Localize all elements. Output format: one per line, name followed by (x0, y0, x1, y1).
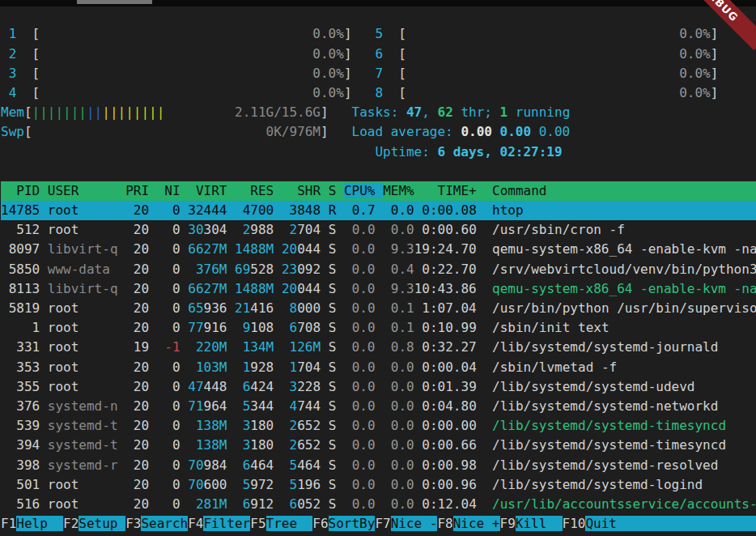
process-row-5850[interactable]: 5850 www-data 20 0 376M 69528 23092 S 0.… (1, 260, 756, 279)
fkey-number: F2 (63, 516, 79, 531)
process-row-1[interactable]: 1 root 20 0 77916 9108 6708 S 0.0 0.1 0:… (1, 318, 756, 338)
fkey-action-label: Kill (516, 516, 563, 531)
column-header-cpu-sort[interactable]: CPU% (344, 183, 383, 198)
cpu-meter-row: 2 [ 0.0%] 6 [ 0.0%] (1, 45, 756, 64)
load-5min: 0.00 (500, 124, 532, 139)
load-average-label: Load average: (352, 124, 461, 139)
fkey-action-label: Quit (585, 516, 756, 531)
htop-terminal-screen: DEBUG 1 [ 0.0%] 5 [ 0.0%] 2 [ 0.0%] 6 [ … (0, 0, 756, 536)
cpu-meter-label-3: 3 (9, 66, 17, 81)
process-row-8113[interactable]: 8113 libvirt-q 20 0 6627M 1488M 20044 S … (1, 279, 756, 299)
process-row-14785[interactable]: 14785 root 20 0 32444 4700 3848 R 0.7 0.… (1, 201, 756, 220)
fkey-action-label: Nice + (453, 516, 500, 531)
terminal-content: 1 [ 0.0%] 5 [ 0.0%] 2 [ 0.0%] 6 [ 0.0%] … (1, 6, 756, 534)
cpu-meter-label-7: 7 (375, 66, 383, 81)
fkey-setup[interactable]: F2Setup (63, 516, 125, 531)
column-header-res[interactable]: RES (235, 183, 274, 198)
cpu-meter-value-5: 0.0% (679, 26, 711, 41)
fkey-number: F4 (188, 516, 203, 531)
process-row-8097[interactable]: 8097 libvirt-q 20 0 6627M 1488M 20044 S … (1, 240, 756, 259)
fkey-sortby[interactable]: F6SortBy (312, 516, 375, 531)
cpu-meter-value-2: 0.0% (312, 46, 344, 62)
mem-meter-value: 2.11G/15.6G (235, 104, 321, 120)
fkey-nice-[interactable]: F8Nice + (437, 516, 499, 531)
mem-meter-label: Mem (1, 104, 24, 120)
cpu-meter-label-6: 6 (375, 46, 383, 62)
tasks-threads: 62 (438, 104, 453, 120)
mem-bar-cache: |||||||| (102, 104, 164, 120)
fkey-number: F1 (1, 516, 16, 531)
uptime-value: 6 days, 02:27:19 (437, 144, 562, 160)
column-header-pri[interactable]: PRI (125, 183, 149, 198)
process-table-header: PID USER PRI NI VIRT RES SHR S CPU% MEM%… (1, 181, 756, 201)
fkey-kill[interactable]: F9Kill (500, 516, 563, 531)
fkey-number: F9 (500, 516, 516, 531)
swp-load-row: Swp[ 0K/976M] Load average: 0.00 0.00 0.… (1, 122, 756, 142)
mem-tasks-row: Mem[||||||||||||||||| 2.11G/15.6G] Tasks… (1, 103, 756, 122)
fkey-help[interactable]: F1Help (1, 516, 63, 531)
function-key-bar: F1Help F2Setup F3SearchF4FilterF5Tree F6… (1, 514, 756, 534)
process-row-5819[interactable]: 5819 root 20 0 65936 21416 8000 S 0.0 0.… (1, 299, 756, 318)
fkey-number: F6 (312, 516, 328, 531)
cpu-meter-value-6: 0.0% (679, 46, 711, 62)
column-header-mem[interactable]: MEM% (383, 183, 414, 198)
column-header-time[interactable]: TIME+ (414, 183, 477, 198)
column-header-shr[interactable]: SHR (282, 183, 321, 198)
process-row-398[interactable]: 398 systemd-r 20 0 70984 6464 5464 S 0.0… (1, 456, 756, 475)
process-row-501[interactable]: 501 root 20 0 70600 5972 5196 S 0.0 0.0 … (1, 475, 756, 495)
cpu-meter-value-8: 0.0% (679, 85, 711, 100)
mem-bar-used: ||||||| (32, 104, 87, 120)
process-row-394[interactable]: 394 systemd-t 20 0 138M 3180 2652 S 0.0 … (1, 436, 756, 455)
cpu-meter-label-8: 8 (375, 85, 383, 100)
fkey-search[interactable]: F3Search (125, 516, 188, 531)
fkey-action-label: Setup (79, 516, 125, 531)
column-header-virt[interactable]: VIRT (188, 183, 227, 198)
fkey-action-label: Help (16, 516, 63, 531)
cpu-meter-row: 4 [ 0.0%] 8 [ 0.0%] (1, 83, 756, 103)
fkey-action-label: SortBy (329, 516, 376, 531)
tasks-label: Tasks: (352, 104, 406, 120)
fkey-action-label: Search (141, 516, 188, 531)
fkey-number: F3 (125, 516, 141, 531)
fkey-action-label: Nice - (391, 516, 438, 531)
load-1min: 0.00 (461, 124, 492, 139)
cpu-meter-label-4: 4 (9, 85, 17, 100)
tasks-running: 1 (500, 104, 508, 120)
process-row-539[interactable]: 539 systemd-t 20 0 138M 3180 2652 S 0.0 … (1, 416, 756, 436)
column-header-s[interactable]: S (329, 183, 337, 198)
process-row-355[interactable]: 355 root 20 0 47448 6424 3228 S 0.0 0.0 … (1, 377, 756, 397)
mem-bar-buffers: || (87, 104, 102, 120)
fkey-quit[interactable]: F10Quit (563, 516, 756, 531)
blank-row (1, 162, 756, 181)
cpu-meter-row: 3 [ 0.0%] 7 [ 0.0%] (1, 64, 756, 83)
process-row-353[interactable]: 353 root 20 0 103M 1928 1704 S 0.0 0.0 0… (1, 358, 756, 377)
uptime-label: Uptime: (375, 144, 437, 160)
column-header-user[interactable]: USER (48, 183, 118, 198)
process-row-512[interactable]: 512 root 20 0 30304 2988 2704 S 0.0 0.0 … (1, 220, 756, 240)
column-header-command[interactable]: Command (492, 183, 546, 198)
fkey-tree[interactable]: F5Tree (250, 516, 312, 531)
process-row-516[interactable]: 516 root 20 0 281M 6912 6052 S 0.0 0.0 0… (1, 495, 756, 514)
fkey-number: F10 (563, 516, 586, 531)
process-row-331[interactable]: 331 root 19 -1 220M 134M 126M S 0.0 0.8 … (1, 338, 756, 357)
fkey-filter[interactable]: F4Filter (188, 516, 250, 531)
fkey-action-label: Tree (266, 516, 313, 531)
tab-indicator (77, 0, 152, 4)
fkey-number: F7 (375, 516, 390, 531)
swp-meter-value: 0K/976M (266, 124, 321, 139)
column-header-pid[interactable]: PID (1, 183, 40, 198)
cpu-meter-label-5: 5 (375, 26, 383, 41)
cpu-meter-label-1: 1 (9, 26, 17, 41)
cpu-meter-row: 1 [ 0.0%] 5 [ 0.0%] (1, 24, 756, 44)
process-row-376[interactable]: 376 systemd-n 20 0 71964 5344 4744 S 0.0… (1, 397, 756, 416)
fkey-number: F8 (437, 516, 452, 531)
fkey-nice-[interactable]: F7Nice - (375, 516, 437, 531)
window-top-strip (0, 0, 756, 6)
cpu-meter-value-3: 0.0% (312, 66, 344, 81)
cpu-meter-value-4: 0.0% (312, 85, 344, 100)
fkey-number: F5 (250, 516, 265, 531)
fkey-action-label: Filter (203, 516, 250, 531)
cpu-meter-value-1: 0.0% (312, 26, 344, 41)
tasks-count: 47 (406, 104, 422, 120)
column-header-ni[interactable]: NI (157, 183, 181, 198)
